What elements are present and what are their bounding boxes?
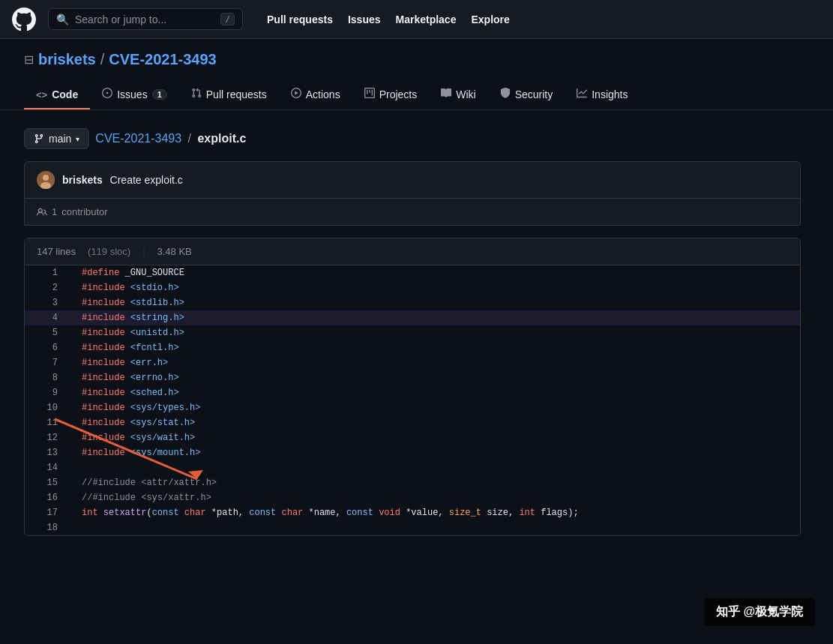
search-placeholder: Search or jump to... <box>75 13 166 25</box>
topnav-issues[interactable]: Issues <box>342 9 387 30</box>
table-row: 17 int setxattr(const char *path, const … <box>25 505 800 520</box>
tab-projects-label: Projects <box>379 88 418 100</box>
table-row: 18 <box>25 520 800 535</box>
code-area: 1 #define _GNU_SOURCE 2 #include <stdio.… <box>25 265 800 535</box>
breadcrumb-sep: / <box>100 51 105 68</box>
topnav-links: Pull requests Issues Marketplace Explore <box>261 9 516 30</box>
table-row: 10 #include <sys/types.h> <box>25 400 800 415</box>
projects-icon <box>364 88 375 100</box>
line-code: //#include <attr/xattr.h> <box>70 475 800 490</box>
line-number: 14 <box>25 460 70 475</box>
line-code: #include <sched.h> <box>70 385 800 400</box>
line-code: //#include <sys/xattr.h> <box>70 490 800 505</box>
search-icon: 🔍 <box>56 13 69 25</box>
topnav-pull-requests[interactable]: Pull requests <box>261 9 339 30</box>
branch-name: main <box>49 133 71 145</box>
table-row: 11 #include <sys/stat.h> <box>25 415 800 430</box>
line-code <box>70 520 800 535</box>
line-number: 16 <box>25 490 70 505</box>
tab-actions[interactable]: Actions <box>279 80 352 109</box>
tab-wiki[interactable]: Wiki <box>429 80 487 109</box>
tab-actions-label: Actions <box>306 88 340 100</box>
tab-pr-label: Pull requests <box>206 88 267 100</box>
tab-security-label: Security <box>515 88 553 100</box>
tab-code[interactable]: <> Code <box>24 81 90 109</box>
repo-icon: ⊟ <box>24 52 34 67</box>
line-code: #include <string.h> <box>70 310 800 325</box>
commit-box: briskets Create exploit.c <box>24 161 801 199</box>
insights-icon <box>577 88 587 100</box>
contributors-icon <box>37 207 47 217</box>
file-viewer: 147 lines (119 sloc) | 3.48 KB 1 #define… <box>24 238 801 536</box>
tab-projects[interactable]: Projects <box>352 80 430 109</box>
file-lines: 147 lines <box>37 246 76 257</box>
line-code: #include <sys/wait.h> <box>70 430 800 445</box>
github-logo-icon[interactable] <box>12 7 36 31</box>
line-code: #include <errno.h> <box>70 370 800 385</box>
tab-pull-requests[interactable]: Pull requests <box>179 80 279 109</box>
table-row: 1 #define _GNU_SOURCE <box>25 265 800 280</box>
table-row: 8 #include <errno.h> <box>25 370 800 385</box>
branch-icon <box>34 133 44 144</box>
tab-code-label: Code <box>52 88 78 100</box>
file-path-row: main ▾ CVE-2021-3493 / exploit.c <box>24 128 801 149</box>
table-row: 16 //#include <sys/xattr.h> <box>25 490 800 505</box>
line-number: 2 <box>25 280 70 295</box>
table-row: 12 #include <sys/wait.h> <box>25 430 800 445</box>
wiki-icon <box>441 88 451 100</box>
tab-issues[interactable]: Issues 1 <box>90 80 179 109</box>
contributors-count: 1 <box>52 206 57 217</box>
line-number: 10 <box>25 400 70 415</box>
code-table: 1 #define _GNU_SOURCE 2 #include <stdio.… <box>25 265 800 535</box>
search-shortcut: / <box>220 13 235 25</box>
table-row: 2 #include <stdio.h> <box>25 280 800 295</box>
security-icon <box>500 88 511 100</box>
tab-security[interactable]: Security <box>488 80 565 109</box>
file-path-filename: exploit.c <box>197 132 246 145</box>
search-box[interactable]: 🔍 Search or jump to... / <box>48 8 243 30</box>
commit-author: briskets <box>62 174 103 186</box>
line-code <box>70 460 800 475</box>
table-row: 13 #include <sys/mount.h> <box>25 445 800 460</box>
tab-issues-label: Issues <box>117 88 147 100</box>
line-number: 3 <box>25 295 70 310</box>
line-number: 15 <box>25 475 70 490</box>
line-number: 7 <box>25 355 70 370</box>
tab-insights[interactable]: Insights <box>565 80 640 109</box>
line-number: 5 <box>25 325 70 340</box>
file-path-repo-link[interactable]: CVE-2021-3493 <box>95 132 181 145</box>
topnav-marketplace[interactable]: Marketplace <box>390 9 463 30</box>
table-row: 3 #include <stdlib.h> <box>25 295 800 310</box>
avatar-img <box>37 171 55 189</box>
contributors-bar: 1 contributor <box>24 199 801 226</box>
code-container[interactable]: 1 #define _GNU_SOURCE 2 #include <stdio.… <box>25 265 800 535</box>
actions-icon <box>291 88 301 100</box>
line-code: #include <sys/types.h> <box>70 400 800 415</box>
line-code: #include <unistd.h> <box>70 325 800 340</box>
topnav-explore[interactable]: Explore <box>465 9 515 30</box>
line-code: #include <stdio.h> <box>70 280 800 295</box>
file-size: 3.48 KB <box>157 246 192 257</box>
line-code: #include <sys/stat.h> <box>70 415 800 430</box>
repo-owner-link[interactable]: briskets <box>38 51 96 68</box>
repo-tabs: <> Code Issues 1 Pull requests Actions <box>24 80 809 109</box>
code-icon: <> <box>36 89 47 100</box>
topnav: 🔍 Search or jump to... / Pull requests I… <box>0 0 833 39</box>
table-row: 4 #include <string.h> <box>25 310 800 325</box>
main-content: main ▾ CVE-2021-3493 / exploit.c brisket… <box>0 110 825 554</box>
tab-wiki-label: Wiki <box>456 88 475 100</box>
file-viewer-header: 147 lines (119 sloc) | 3.48 KB <box>25 238 800 265</box>
path-sep: / <box>188 132 191 145</box>
line-number: 11 <box>25 415 70 430</box>
svg-point-1 <box>43 175 49 181</box>
branch-selector[interactable]: main ▾ <box>24 128 89 149</box>
tab-insights-label: Insights <box>592 88 628 100</box>
line-code: #include <stdlib.h> <box>70 295 800 310</box>
table-row: 7 #include <err.h> <box>25 355 800 370</box>
line-number: 8 <box>25 370 70 385</box>
line-number: 17 <box>25 505 70 520</box>
line-code: #include <err.h> <box>70 355 800 370</box>
file-info-divider: | <box>142 246 145 257</box>
avatar <box>37 171 55 189</box>
repo-name-link[interactable]: CVE-2021-3493 <box>109 51 216 68</box>
